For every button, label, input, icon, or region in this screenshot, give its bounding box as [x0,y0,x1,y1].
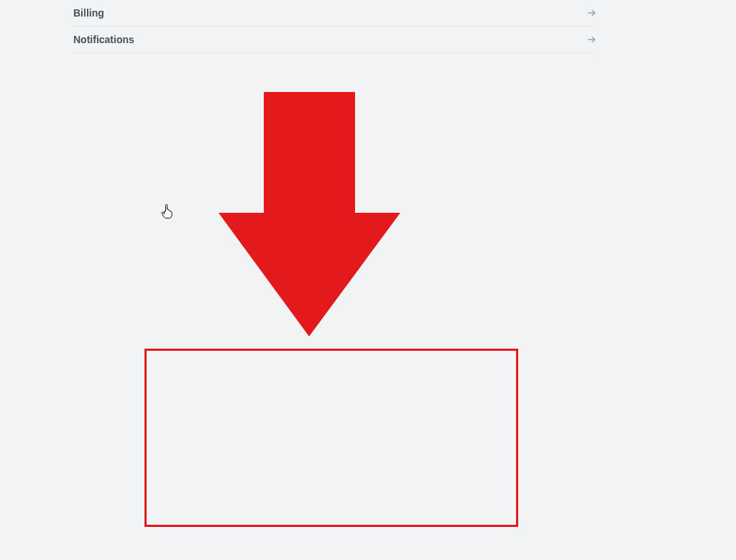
svg-marker-2 [218,92,400,336]
settings-row-billing[interactable]: Billing [73,0,597,27]
annotation-highlight-box [144,349,518,527]
settings-list: Billing Notifications [73,0,597,53]
settings-label: Notifications [73,34,134,45]
annotation-arrow-down-icon [218,92,400,339]
settings-label: Billing [73,7,104,19]
chevron-right-icon [586,35,597,45]
settings-row-notifications[interactable]: Notifications [73,26,597,53]
pointer-cursor-icon [161,204,172,221]
chevron-right-icon [586,8,597,18]
